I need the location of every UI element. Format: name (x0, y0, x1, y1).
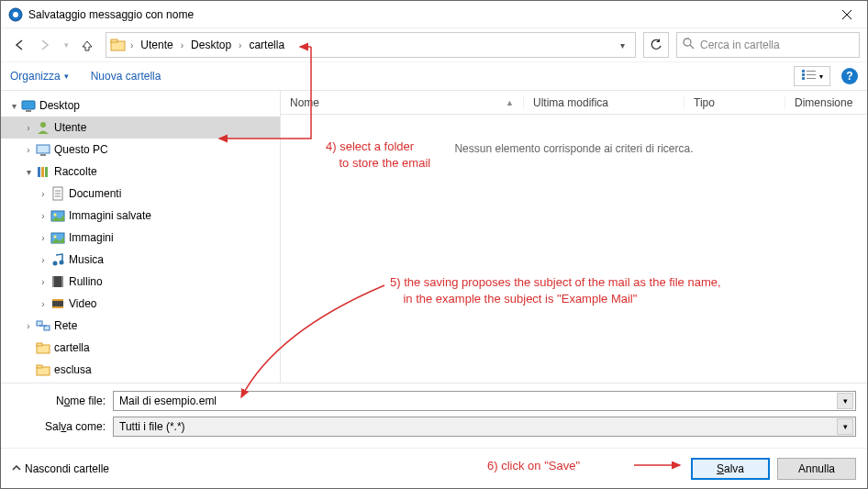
svg-rect-36 (52, 299, 63, 301)
tree-item-user[interactable]: › Utente (1, 117, 280, 139)
annotation-4: 4) select a folder to store the email (326, 139, 430, 171)
tree-item-cartella[interactable]: cartella (1, 337, 280, 359)
expand-icon[interactable]: ▾ (6, 101, 21, 111)
breadcrumb-segment[interactable]: cartella (243, 39, 290, 51)
film-icon (50, 274, 65, 289)
new-folder-button[interactable]: Nuova cartella (91, 70, 161, 83)
filename-dropdown[interactable]: ▾ (837, 393, 853, 409)
tree-item-network[interactable]: › Rete (1, 315, 280, 337)
window-title: Salvataggio messaggio con nome (28, 8, 826, 21)
search-input[interactable]: Cerca in cartella (676, 32, 860, 58)
tree-item-desktop[interactable]: ▾ Desktop (1, 94, 280, 117)
expand-icon[interactable]: › (21, 145, 36, 155)
expand-icon[interactable]: › (36, 255, 50, 265)
expand-icon[interactable]: › (36, 299, 50, 309)
tree-item-esclusa[interactable]: esclusa (1, 359, 280, 381)
savetype-dropdown[interactable]: ▾ (837, 418, 853, 435)
main-pane: Nome ▲ Ultima modifica Tipo Dimensione N… (281, 91, 867, 383)
pictures-icon (50, 230, 65, 245)
recent-dropdown[interactable]: ▾ (60, 34, 72, 56)
col-modified[interactable]: Ultima modifica (524, 96, 684, 109)
tree-item-libraries[interactable]: ▾ Raccolte (1, 161, 280, 183)
tree-item-cameraroll[interactable]: › Rullino (1, 271, 280, 293)
expand-icon[interactable]: › (21, 321, 36, 331)
video-icon (50, 296, 65, 311)
computer-icon (36, 142, 50, 157)
expand-icon[interactable]: › (36, 189, 50, 199)
search-placeholder: Cerca in cartella (700, 39, 780, 51)
folder-icon (36, 362, 50, 377)
expand-icon[interactable]: › (36, 277, 50, 287)
svg-point-30 (53, 261, 58, 266)
pictures-icon (50, 208, 65, 223)
breadcrumb-segment[interactable]: Utente (135, 39, 178, 51)
back-button[interactable] (8, 34, 30, 56)
folder-tree[interactable]: ▾ Desktop › Utente › Questo PC ▾ Raccolt… (1, 91, 281, 383)
expand-icon[interactable]: ▾ (21, 167, 36, 177)
col-size[interactable]: Dimensione (785, 96, 867, 109)
save-button[interactable]: Salva (691, 458, 770, 480)
filename-input[interactable]: Mail di esempio.eml ▾ (113, 391, 856, 411)
list-view-icon (802, 70, 817, 83)
svg-rect-37 (52, 306, 63, 308)
svg-point-16 (40, 122, 46, 128)
expand-icon[interactable]: › (36, 233, 50, 243)
svg-rect-8 (802, 70, 805, 72)
libraries-icon (36, 164, 50, 179)
empty-message: Nessun elemento corrisponde ai criteri d… (454, 142, 693, 155)
svg-rect-18 (40, 154, 46, 156)
address-dropdown[interactable]: ▾ (613, 40, 631, 50)
tree-item-video[interactable]: › Video (1, 293, 280, 315)
svg-rect-39 (44, 326, 50, 330)
help-button[interactable]: ? (841, 68, 858, 84)
tree-item-saved-images[interactable]: › Immagini salvate (1, 205, 280, 227)
tree-item-documents[interactable]: › Documenti (1, 183, 280, 205)
tree-item-music[interactable]: › Musica (1, 249, 280, 271)
close-button[interactable] (826, 1, 867, 28)
chevron-right-icon: › (128, 40, 135, 50)
column-headers[interactable]: Nome ▲ Ultima modifica Tipo Dimensione (281, 91, 867, 115)
tree-item-thispc[interactable]: › Questo PC (1, 139, 280, 161)
svg-point-31 (60, 261, 64, 265)
svg-rect-11 (807, 71, 816, 72)
music-icon (50, 252, 65, 267)
up-button[interactable] (76, 34, 98, 56)
svg-rect-42 (37, 343, 42, 346)
filename-label: Nome file: (12, 395, 113, 407)
body-area: ▾ Desktop › Utente › Questo PC ▾ Raccolt… (1, 91, 867, 383)
cancel-button[interactable]: Annulla (777, 458, 856, 480)
organize-menu[interactable]: Organizza ▾ (10, 70, 69, 83)
chevron-up-icon (12, 462, 21, 475)
svg-rect-17 (37, 145, 50, 153)
hide-folders-button[interactable]: Nascondi cartelle (12, 462, 109, 475)
forward-button[interactable] (34, 34, 56, 56)
refresh-button[interactable] (643, 32, 669, 58)
col-name[interactable]: Nome ▲ (281, 96, 524, 109)
folder-icon (110, 37, 127, 53)
svg-rect-38 (37, 321, 42, 326)
document-icon (50, 186, 65, 201)
chevron-down-icon: ▾ (819, 72, 823, 81)
view-mode-button[interactable]: ▾ (794, 66, 830, 86)
footer: Nascondi cartelle Salva Annulla (1, 448, 867, 488)
titlebar: Salvataggio messaggio con nome (1, 1, 867, 28)
savetype-label: Salva come: (12, 420, 113, 433)
chevron-right-icon: › (179, 40, 185, 50)
svg-rect-9 (802, 73, 805, 76)
sort-asc-icon: ▲ (506, 98, 514, 107)
svg-rect-34 (61, 276, 63, 287)
tree-item-images[interactable]: › Immagini (1, 227, 280, 249)
svg-rect-14 (22, 101, 35, 109)
svg-rect-12 (807, 74, 816, 75)
expand-icon[interactable]: › (36, 211, 50, 221)
savetype-select[interactable]: Tutti i file (*.*) ▾ (113, 417, 856, 437)
expand-icon[interactable]: › (21, 123, 36, 133)
breadcrumb-segment[interactable]: Desktop (185, 39, 237, 51)
col-type[interactable]: Tipo (684, 96, 785, 109)
svg-rect-21 (45, 167, 48, 177)
address-bar[interactable]: › Utente › Desktop › cartella ▾ (106, 32, 636, 58)
svg-rect-20 (41, 167, 44, 177)
chevron-down-icon: ▾ (64, 72, 69, 81)
search-icon (683, 38, 695, 52)
network-icon (36, 318, 50, 333)
